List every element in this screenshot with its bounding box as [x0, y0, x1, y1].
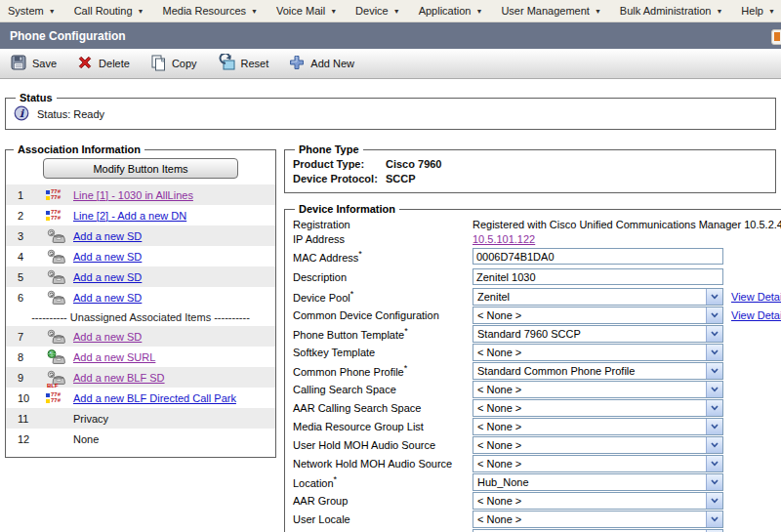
menu-item-user-management[interactable]: User Management▼ — [501, 5, 600, 17]
field-row: User Hold MOH Audio Source< None > — [293, 435, 781, 454]
chevron-down-icon[interactable] — [706, 474, 722, 490]
delete-button[interactable]: Delete — [76, 54, 130, 73]
save-button[interactable]: Save — [10, 54, 57, 73]
status-text: Status: Ready — [37, 108, 104, 120]
row-number: 9 — [6, 372, 45, 384]
menu-item-voice-mail[interactable]: Voice Mail▼ — [276, 5, 337, 17]
calling-search-space-select[interactable]: < None > — [473, 381, 723, 398]
reset-label: Reset — [241, 58, 269, 69]
list-item: 3Add a new SD — [6, 225, 275, 246]
user-locale-select[interactable]: < None > — [473, 511, 723, 528]
sd-icon — [45, 228, 73, 244]
user-hold-moh-audio-source-select[interactable]: < None > — [473, 436, 723, 454]
modify-button-items-button[interactable]: Modify Button Items — [43, 158, 238, 179]
chevron-down-icon: ▼ — [330, 7, 337, 15]
chevron-down-icon[interactable] — [706, 326, 722, 342]
device-information-rows: RegistrationRegistered with Cisco Unifie… — [293, 217, 781, 532]
list-item: 277#77#Line [2] - Add a new DN — [6, 205, 275, 225]
association-link-add-a-new-blf-directed-call-park[interactable]: Add a new BLF Directed Call Park — [73, 392, 236, 404]
association-link-add-a-new-sd[interactable]: Add a new SD — [73, 292, 142, 304]
row-number: 1 — [6, 189, 45, 201]
delete-icon — [76, 54, 94, 73]
chevron-down-icon[interactable] — [706, 307, 722, 323]
ip-address-link[interactable]: 10.5.101.122 — [473, 233, 535, 245]
sd-icon — [45, 290, 73, 306]
menu-item-media-resources[interactable]: Media Resources▼ — [162, 5, 258, 17]
row-number: 2 — [6, 210, 45, 222]
list-item: 9BLFAdd a new BLF SD — [6, 367, 275, 388]
right-column: Phone Type Product Type: Cisco 7960 Devi… — [284, 143, 776, 532]
menu-item-help[interactable]: Help▼ — [741, 5, 775, 17]
list-item: 177#77#Line [1] - 1030 in AllLines — [6, 184, 275, 205]
add-new-button[interactable]: Add New — [288, 54, 354, 73]
chevron-down-icon: ▼ — [393, 7, 400, 15]
network-hold-moh-audio-source-select[interactable]: < None > — [473, 455, 723, 472]
copy-button[interactable]: Copy — [149, 54, 197, 73]
mac-address-input[interactable] — [473, 248, 723, 265]
chevron-down-icon[interactable] — [706, 437, 722, 453]
chevron-down-icon[interactable] — [706, 493, 722, 509]
selected-value: < None > — [473, 421, 706, 432]
chevron-down-icon[interactable] — [706, 400, 722, 416]
menu-item-bulk-administration[interactable]: Bulk Administration▼ — [620, 5, 722, 17]
chevron-down-icon: ▼ — [716, 7, 722, 15]
chevron-down-icon[interactable] — [706, 363, 722, 379]
chevron-down-icon[interactable] — [706, 456, 722, 471]
association-text-privacy: Privacy — [73, 413, 108, 425]
view-details-link[interactable]: View Details — [731, 309, 781, 321]
association-legend: Association Information — [14, 143, 144, 155]
main-menubar: System▼Call Routing▼Media Resources▼Voic… — [0, 0, 781, 22]
device-pool-select[interactable]: Zenitel — [473, 288, 723, 306]
reset-button[interactable]: Reset — [217, 54, 269, 73]
chevron-down-icon[interactable] — [706, 382, 722, 397]
chevron-down-icon[interactable] — [706, 419, 722, 434]
list-item: 12None — [6, 429, 275, 449]
row-number: 11 — [6, 413, 45, 425]
chevron-down-icon[interactable] — [706, 345, 722, 360]
menu-item-device[interactable]: Device▼ — [355, 5, 400, 17]
product-type-label: Product Type: — [293, 158, 386, 170]
info-icon: i — [14, 105, 29, 123]
field-row: Network Hold MOH Audio Source< None > — [293, 454, 781, 472]
chevron-down-icon[interactable] — [706, 289, 722, 305]
association-link-add-a-new-sd[interactable]: Add a new SD — [73, 251, 142, 263]
status-legend: Status — [16, 92, 57, 103]
association-link-add-a-new-sd[interactable]: Add a new SD — [73, 230, 142, 242]
list-item: 5Add a new SD — [6, 266, 275, 287]
list-item: 8Add a new SURL — [6, 347, 275, 367]
field-row: Calling Search Space< None > — [293, 380, 781, 398]
softkey-template-select[interactable]: < None > — [473, 344, 723, 361]
aar-group-label: AAR Group — [293, 495, 473, 507]
menu-item-system[interactable]: System▼ — [8, 5, 56, 17]
phone-type-legend: Phone Type — [295, 143, 363, 155]
menu-item-label: Call Routing — [74, 5, 133, 17]
aar-group-select[interactable]: < None > — [473, 492, 723, 510]
network-locale-select[interactable]: < None > — [473, 529, 723, 532]
media-resource-group-list-select[interactable]: < None > — [473, 418, 723, 435]
common-phone-profile-select[interactable]: Standard Common Phone Profile — [473, 362, 723, 380]
aar-calling-search-space-select[interactable]: < None > — [473, 399, 723, 417]
ip-address-label: IP Address — [293, 233, 473, 245]
association-link-add-a-new-sd[interactable]: Add a new SD — [73, 271, 142, 283]
association-link-add-a-new-surl[interactable]: Add a new SURL — [73, 351, 155, 363]
menu-item-application[interactable]: Application▼ — [419, 5, 483, 17]
related-links-partial[interactable] — [771, 29, 781, 45]
action-toolbar: Save Delete Copy Reset — [0, 49, 781, 79]
view-details-link[interactable]: View Details — [731, 291, 781, 303]
add-new-label: Add New — [310, 58, 354, 69]
sd-icon — [45, 329, 73, 345]
chevron-down-icon: ▼ — [768, 7, 775, 15]
field-row: Description — [293, 266, 781, 287]
association-link-add-a-new-blf-sd[interactable]: Add a new BLF SD — [73, 372, 165, 384]
media-resource-group-list-label: Media Resource Group List — [293, 421, 473, 432]
menu-item-call-routing[interactable]: Call Routing▼ — [74, 5, 144, 17]
association-link-line-2-add-a-new-dn[interactable]: Line [2] - Add a new DN — [73, 210, 186, 222]
association-link-add-a-new-sd[interactable]: Add a new SD — [73, 331, 142, 343]
list-item: 6Add a new SD — [6, 287, 275, 307]
association-link-line-1-1030-in-alllines[interactable]: Line [1] - 1030 in AllLines — [73, 189, 193, 201]
description-input[interactable] — [473, 268, 723, 285]
common-device-configuration-select[interactable]: < None > — [473, 307, 723, 324]
phone-button-template-select[interactable]: Standard 7960 SCCP — [473, 325, 723, 343]
location-select[interactable]: Hub_None — [473, 473, 723, 491]
chevron-down-icon[interactable] — [706, 512, 722, 527]
